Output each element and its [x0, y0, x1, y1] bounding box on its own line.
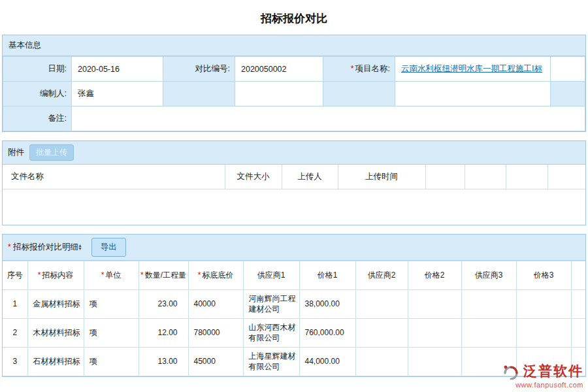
col-header-quantity: *数量/工程量 — [139, 261, 188, 289]
required-mark: * — [140, 270, 144, 280]
cell-supplier3 — [461, 318, 516, 347]
cell-no: 3 — [3, 347, 27, 376]
cell-unit: 项 — [84, 289, 139, 318]
col-header-filler — [571, 261, 585, 289]
fanpu-logo-icon — [501, 363, 521, 380]
col-header-base-price: *标底底价 — [188, 261, 243, 289]
cell-price2 — [408, 289, 461, 318]
detail-title: 招标报价对比明细 — [13, 242, 78, 253]
empty-label-cell — [163, 82, 235, 106]
cell-quantity: 13.00 — [139, 347, 188, 376]
uploader-header: 上传人 — [282, 165, 338, 189]
col-header-base-price-text: 标底底价 — [202, 270, 233, 280]
attachments-table: 文件名称 文件大小 上传人 上传时间 — [3, 165, 585, 189]
cell-supplier2 — [355, 289, 408, 318]
detail-table: 序号 *招标内容 *单位 *数量/工程量 *标底底价 供应商1 价格1 供应商2… — [3, 261, 585, 376]
basic-info-section: 基本信息 日期: 2020-05-16 对比编号: 2020050002 *项目… — [2, 35, 586, 132]
cell-base-price: 45000 — [188, 347, 243, 376]
col-header-content: *招标内容 — [27, 261, 84, 289]
file-size-header: 文件大小 — [225, 165, 282, 189]
attachments-empty-area — [3, 189, 585, 225]
required-mark: * — [198, 270, 201, 280]
col-header-unit-text: 单位 — [105, 270, 121, 280]
attachments-section: 附件 批量上传 文件名称 文件大小 上传人 上传时间 — [2, 140, 586, 225]
brand-url: www.fanpusoft.com — [501, 381, 583, 389]
cell-price3 — [516, 318, 571, 347]
col-header-no: 序号 — [3, 261, 27, 289]
attachments-title: 附件 — [8, 147, 24, 158]
empty-header-cell — [547, 165, 585, 189]
footer-brand: 泛普软件 www.fanpusoft.com — [501, 362, 583, 389]
detail-header-row: 序号 *招标内容 *单位 *数量/工程量 *标底底价 供应商1 价格1 供应商2… — [3, 261, 585, 289]
cell-unit: 项 — [84, 347, 139, 376]
col-header-quantity-text: 数量/工程量 — [145, 270, 186, 280]
cell-supplier2 — [355, 347, 408, 376]
col-header-supplier2: 供应商2 — [355, 261, 408, 289]
creator-label: 编制人: — [3, 82, 72, 106]
cell-supplier1: 河南辉尚工程建材公司 — [243, 289, 299, 318]
col-header-price1: 价格1 — [299, 261, 355, 289]
project-name-label-text: 项目名称: — [355, 64, 390, 73]
cell-price2 — [408, 318, 461, 347]
detail-header-bar: * 招标报价对比明细 ▲▼ 导出 — [3, 235, 585, 261]
col-header-price2: 价格2 — [408, 261, 461, 289]
required-mark: * — [38, 270, 41, 280]
col-header-price3: 价格3 — [516, 261, 571, 289]
empty-header-cell — [506, 165, 547, 189]
col-header-supplier1: 供应商1 — [243, 261, 299, 289]
project-name-cell: 云南水利枢纽潜明水库一期工程施工I标 — [395, 57, 551, 82]
batch-upload-button[interactable]: 批量上传 — [29, 144, 74, 161]
remark-value — [72, 106, 585, 131]
empty-header-cell — [425, 165, 465, 189]
attachments-header-bar: 附件 批量上传 — [3, 141, 585, 165]
export-button[interactable]: 导出 — [91, 238, 126, 257]
cell-supplier1: 山东河西木材有限公司 — [243, 318, 299, 347]
cell-filler — [571, 289, 585, 318]
basic-info-section-header: 基本信息 — [3, 35, 585, 56]
required-mark: * — [8, 242, 11, 252]
file-name-header: 文件名称 — [3, 165, 225, 189]
col-header-unit: *单位 — [84, 261, 139, 289]
cell-no: 1 — [3, 289, 27, 318]
compare-no-value: 2020050002 — [235, 57, 323, 82]
cell-content: 木材材料招标 — [27, 318, 84, 347]
cell-content: 金属材料招标 — [27, 289, 84, 318]
empty-cell — [551, 57, 585, 82]
col-header-content-text: 招标内容 — [42, 270, 73, 280]
empty-header-cell — [465, 165, 506, 189]
project-name-link[interactable]: 云南水利枢纽潜明水库一期工程施工I标 — [401, 64, 542, 73]
cell-supplier3 — [461, 289, 516, 318]
upload-time-header: 上传时间 — [338, 165, 425, 189]
required-mark: * — [351, 64, 354, 73]
date-value: 2020-05-16 — [72, 57, 163, 82]
cell-price1: 44,000.00 — [299, 347, 355, 376]
attachments-header-row: 文件名称 文件大小 上传人 上传时间 — [3, 165, 585, 189]
remark-label: 备注: — [3, 106, 72, 131]
cell-no: 2 — [3, 318, 27, 347]
cell-base-price: 780000 — [188, 318, 243, 347]
empty-cell — [235, 82, 323, 106]
page-title: 招标报价对比 — [0, 0, 588, 35]
cell-price1: 38,000.00 — [299, 289, 355, 318]
cell-price3 — [516, 289, 571, 318]
required-mark: * — [101, 270, 105, 280]
project-name-label: *项目名称: — [323, 57, 395, 82]
col-header-supplier3: 供应商3 — [461, 261, 516, 289]
compare-no-label: 对比编号: — [163, 57, 235, 82]
table-row: 2 木材材料招标 项 12.00 780000 山东河西木材有限公司 760,0… — [3, 318, 585, 347]
cell-quantity: 23.00 — [139, 289, 188, 318]
date-label: 日期: — [3, 57, 72, 82]
sort-icon[interactable]: ▲▼ — [78, 244, 82, 251]
basic-info-row-1: 日期: 2020-05-16 对比编号: 2020050002 *项目名称: 云… — [3, 57, 585, 82]
empty-label-cell — [323, 82, 395, 106]
table-row: 1 金属材料招标 项 23.00 40000 河南辉尚工程建材公司 38,000… — [3, 289, 585, 318]
cell-supplier1: 上海星辉建材有限公司 — [243, 347, 299, 376]
cell-unit: 项 — [84, 318, 139, 347]
cell-supplier2 — [355, 318, 408, 347]
cell-quantity: 12.00 — [139, 318, 188, 347]
table-row: 3 石材材料招标 项 13.00 45000 上海星辉建材有限公司 44,000… — [3, 347, 585, 376]
cell-price1: 760,000.00 — [299, 318, 355, 347]
empty-label-cell — [551, 82, 585, 106]
basic-info-row-2: 编制人: 张鑫 — [3, 82, 585, 106]
detail-section: * 招标报价对比明细 ▲▼ 导出 序号 *招标内容 *单位 *数量/工程量 *标… — [2, 234, 586, 377]
